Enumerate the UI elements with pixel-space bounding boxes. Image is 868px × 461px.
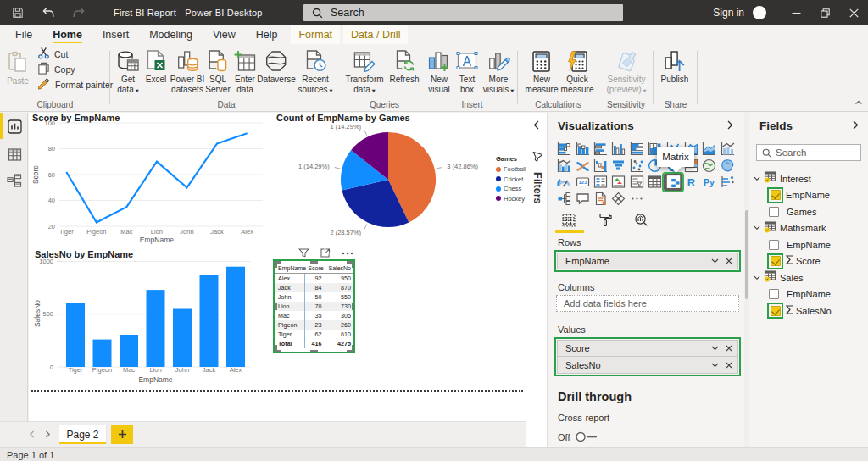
expand-filters-icon[interactable] [532,120,540,132]
bar-chart-visual[interactable]: SalesNo by EmpName10005000TigerPigeonMac… [29,248,283,386]
visual-icon-waterfall-chart[interactable] [592,158,609,175]
bar-jack[interactable] [200,275,219,367]
page-tab[interactable]: Page 2 [59,425,107,444]
redo-icon[interactable] [71,5,86,20]
enter-data-button[interactable]: Enterdata [234,44,257,95]
chevron-down-icon[interactable] [711,346,719,351]
ribbon-tab-insert[interactable]: Insert [92,25,139,44]
fields-table-mathsmark[interactable]: Mathsmark [749,220,868,237]
transform-data-button[interactable]: Transformdata▾ [345,44,383,96]
visual-icon-100-stacked-bar-chart[interactable] [628,141,646,158]
chevron-down-icon[interactable] [711,258,719,264]
remove-field-icon[interactable] [726,258,732,264]
chevron-down-icon[interactable] [754,224,762,232]
field-chip-SalesNo[interactable]: SalesNo [557,357,738,374]
legend-item-cricket[interactable]: Cricket [496,175,526,185]
bar-mac[interactable] [120,335,138,367]
visual-icon-clustered-column-chart[interactable] [609,141,627,158]
global-search-box[interactable]: Search [303,4,623,21]
save-icon[interactable] [10,5,25,20]
prev-page-arrow-icon[interactable] [29,430,35,440]
visual-icon-multi-row-card[interactable] [592,174,609,191]
sensitivity-button[interactable]: Sensitivity(preview)▾ [606,44,646,96]
field-checkbox[interactable] [769,207,779,217]
visual-icon-q-and-a[interactable] [573,191,591,208]
new-visual-button[interactable]: Newvisual [428,44,451,95]
visual-icon-r-script-visual[interactable]: R [682,174,700,191]
visual-icon-line-and-clustered-column-chart[interactable] [555,158,573,175]
visual-icon-clustered-bar-chart[interactable] [592,141,609,158]
visual-icon-stacked-area-chart[interactable] [700,141,718,158]
next-page-arrow-icon[interactable] [45,430,51,440]
selection-handle[interactable] [310,350,318,353]
sign-in-link[interactable]: Sign in [713,7,744,19]
visual-icon-decomposition-tree[interactable] [555,191,573,208]
selection-handle[interactable] [275,303,277,310]
selection-handle[interactable] [352,303,354,310]
visual-icon-line-and-stacked-column-chart[interactable] [719,141,737,158]
fields-table-sales[interactable]: Sales [749,269,868,286]
power-bi-datasets-button[interactable]: Power BIdatasets [170,44,205,95]
data-view-icon[interactable] [7,147,22,162]
model-view-icon[interactable] [7,173,22,188]
visual-icon-stacked-bar-chart[interactable] [555,141,573,158]
selection-handle[interactable] [310,261,318,264]
dataverse-button[interactable]: Dataverse [257,44,296,85]
cross-report-toggle[interactable] [576,431,601,442]
ribbon-tab-help[interactable]: Help [246,25,288,44]
quick-measure-button[interactable]: Quickmeasure [561,44,594,95]
pane-tab-format[interactable] [593,213,617,233]
field-mathsmark-empname[interactable]: EmpName [749,236,868,253]
publish-button[interactable]: Publish [661,44,689,85]
field-checkbox[interactable] [771,190,781,200]
ribbon-tab-home[interactable]: Home [42,25,92,44]
ribbon-tab-data-drill[interactable]: Data / Drill [343,25,408,44]
field-mathsmark-score[interactable]: Score [749,253,868,270]
pane-tab-analytics[interactable] [629,213,653,233]
refresh-button[interactable]: Refresh [389,44,419,85]
format-painter-button[interactable]: Format painter [37,79,113,91]
visual-icon-matrix[interactable] [664,174,682,191]
chevron-down-icon[interactable] [754,274,762,282]
field-checkbox[interactable] [769,240,779,250]
filters-pane-title[interactable]: Filters [531,172,543,204]
excel-button[interactable]: Excel [146,44,167,85]
visual-icon-filled-map[interactable] [719,158,737,175]
focus-mode-icon[interactable] [320,248,331,258]
visual-icon-stacked-column-chart[interactable] [573,141,591,158]
visual-icon-gauge[interactable] [555,174,573,191]
visual-icon-card[interactable]: 123 [573,174,591,191]
fields-search-input[interactable]: Search [756,144,861,161]
get-data-button[interactable]: Getdata▾ [116,44,140,96]
sql-server-button[interactable]: SQLServer [205,44,230,95]
fields-table-interest[interactable]: Interest [749,170,868,187]
close-button[interactable] [839,0,868,25]
report-canvas[interactable]: Score by EmpName10080604020TigerPigeonMa… [29,113,526,421]
visual-icon-ribbon-chart[interactable] [573,158,591,175]
visual-icon-key-influencers[interactable] [719,174,737,191]
cut-button[interactable]: Cut [37,48,113,60]
bar-tiger[interactable] [66,303,85,367]
undo-icon[interactable] [41,5,56,20]
field-checkbox[interactable] [771,306,781,316]
scrollbar-thumb[interactable] [745,210,748,299]
visual-icon-map[interactable] [700,158,718,175]
collapse-ribbon-icon[interactable] [854,98,863,108]
copy-button[interactable]: Copy [37,64,113,75]
more-options-icon[interactable] [342,252,353,255]
chevron-down-icon[interactable] [754,175,762,183]
field-interest-games[interactable]: Games [749,203,868,220]
bar-alex[interactable] [226,267,245,367]
field-checkbox[interactable] [771,256,781,266]
visual-icon-kpi[interactable] [609,174,627,191]
collapse-fields-icon[interactable] [852,120,860,131]
avatar[interactable] [753,6,766,19]
visual-icon-slicer[interactable] [628,174,646,191]
chevron-down-icon[interactable] [711,363,719,368]
new-measure-button[interactable]: Newmeasure [526,44,559,95]
ribbon-tab-file[interactable]: File [5,25,42,44]
field-chip-EmpName[interactable]: EmpName [557,253,738,269]
legend-item-football[interactable]: Football [496,164,526,175]
bar-john[interactable] [173,309,192,368]
bar-lion[interactable] [147,290,165,367]
